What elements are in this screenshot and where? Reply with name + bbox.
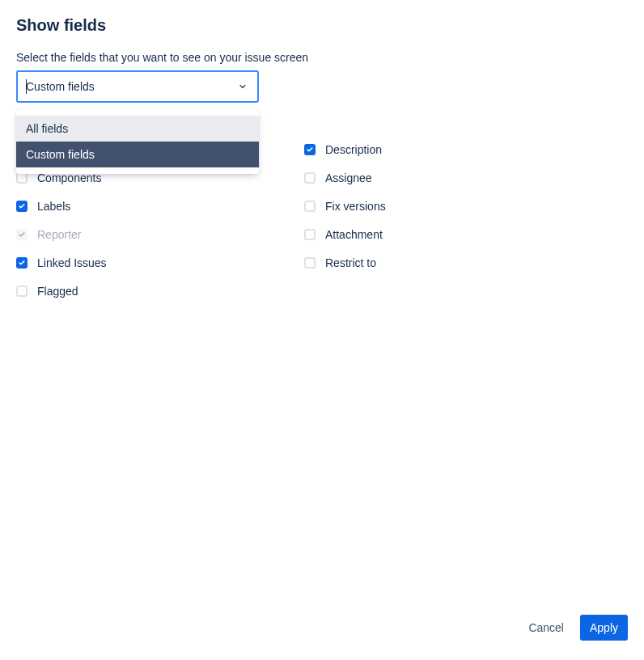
field-label: Assignee	[325, 171, 372, 184]
checkbox-disabled-icon	[16, 229, 28, 240]
checkbox-checked-icon[interactable]	[304, 144, 316, 155]
field-row-flagged[interactable]: Flagged	[16, 277, 304, 305]
subtitle: Select the fields that you want to see o…	[16, 51, 628, 64]
field-label: Labels	[37, 200, 70, 213]
field-row-linked-issues[interactable]: Linked Issues	[16, 248, 304, 277]
select-value: Custom fields	[26, 80, 95, 93]
page-title: Show fields	[16, 16, 628, 35]
field-label: Linked Issues	[37, 256, 107, 269]
field-row-assignee[interactable]: Assignee	[304, 163, 592, 192]
field-row-fix-versions[interactable]: Fix versions	[304, 192, 592, 220]
field-type-select[interactable]: Custom fields	[16, 70, 259, 103]
checkbox-unchecked-icon[interactable]	[16, 286, 28, 297]
checkbox-unchecked-icon[interactable]	[304, 201, 316, 212]
checkbox-checked-icon[interactable]	[16, 201, 28, 212]
field-label: Flagged	[37, 285, 78, 298]
apply-button[interactable]: Apply	[580, 615, 628, 641]
checkbox-unchecked-icon[interactable]	[304, 229, 316, 240]
field-row-description[interactable]: Description	[304, 135, 592, 163]
checkbox-unchecked-icon[interactable]	[304, 257, 316, 269]
checkbox-unchecked-icon[interactable]	[304, 172, 316, 184]
chevron-down-icon	[230, 74, 256, 99]
field-label: Reporter	[37, 228, 81, 241]
checkbox-checked-icon[interactable]	[16, 257, 28, 269]
field-row-restrict-to[interactable]: Restrict to	[304, 248, 592, 277]
option-all-fields[interactable]: All fields	[16, 116, 259, 142]
cancel-button[interactable]: Cancel	[519, 615, 574, 641]
field-label: Restrict to	[325, 256, 376, 269]
field-label: Attachment	[325, 228, 383, 241]
text-cursor	[26, 79, 27, 94]
field-row-reporter: Reporter	[16, 220, 304, 248]
select-dropdown: All fields Custom fields	[16, 109, 259, 174]
field-label: Description	[325, 143, 382, 156]
field-label: Fix versions	[325, 200, 386, 213]
field-row-attachment[interactable]: Attachment	[304, 220, 592, 248]
option-custom-fields[interactable]: Custom fields	[16, 142, 259, 167]
field-row-labels[interactable]: Labels	[16, 192, 304, 220]
